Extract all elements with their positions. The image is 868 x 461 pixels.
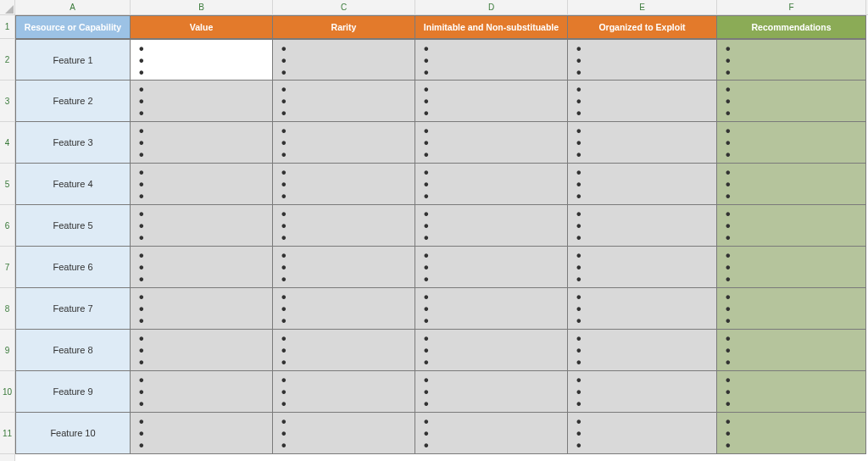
select-all-corner[interactable]	[0, 0, 15, 15]
bullet-list: •••	[721, 331, 862, 369]
row-header-9[interactable]: 9	[0, 330, 14, 371]
cell-rarity[interactable]: •••	[273, 247, 415, 288]
feature-label[interactable]: Feature 4	[15, 164, 131, 205]
row-header-1[interactable]: 1	[0, 15, 14, 39]
cell-value[interactable]: •••	[131, 39, 273, 81]
bullet-list: •••	[721, 165, 862, 203]
bullet-list: •••	[419, 124, 564, 161]
header-row: Resource or Capability Value Rarity Inim…	[15, 15, 868, 39]
table-row: Feature 2•••••••••••••••	[15, 81, 868, 122]
cell-inimitable[interactable]: •••	[415, 39, 568, 81]
cell-value[interactable]: •••	[131, 164, 273, 205]
bullet-list: •••	[276, 331, 411, 369]
cell-inimitable[interactable]: •••	[415, 413, 568, 454]
bullet-list: •••	[419, 82, 564, 119]
cell-inimitable[interactable]: •••	[415, 122, 568, 164]
cell-rarity[interactable]: •••	[273, 122, 415, 164]
cell-value[interactable]: •••	[131, 371, 273, 413]
row-header-5[interactable]: 5	[0, 164, 14, 205]
cell-recommendations[interactable]: •••	[717, 205, 866, 247]
header-resource[interactable]: Resource or Capability	[15, 15, 131, 39]
cell-rarity[interactable]: •••	[273, 81, 415, 122]
header-value[interactable]: Value	[131, 15, 273, 39]
cell-recommendations[interactable]: •••	[717, 330, 866, 371]
feature-label[interactable]: Feature 8	[15, 330, 131, 371]
cell-value[interactable]: •••	[131, 330, 273, 371]
cell-value[interactable]: •••	[131, 288, 273, 330]
cell-rarity[interactable]: •••	[273, 371, 415, 413]
cell-inimitable[interactable]: •••	[415, 247, 568, 288]
cell-value[interactable]: •••	[131, 247, 273, 288]
feature-label[interactable]: Feature 7	[15, 288, 131, 330]
cell-rarity[interactable]: •••	[273, 330, 415, 371]
row-header-11[interactable]: 11	[0, 413, 14, 454]
cell-inimitable[interactable]: •••	[415, 371, 568, 413]
cell-inimitable[interactable]: •••	[415, 164, 568, 205]
header-organized[interactable]: Organized to Exploit	[568, 15, 717, 39]
col-header-B[interactable]: B	[131, 0, 273, 14]
col-header-D[interactable]: D	[415, 0, 568, 14]
table-row: Feature 3•••••••••••••••	[15, 122, 868, 164]
cell-organized[interactable]: •••	[568, 288, 717, 330]
row-header-7[interactable]: 7	[0, 247, 14, 288]
col-header-A[interactable]: A	[15, 0, 131, 14]
header-recommendations[interactable]: Recommendations	[717, 15, 866, 39]
cell-organized[interactable]: •••	[568, 330, 717, 371]
cell-value[interactable]: •••	[131, 122, 273, 164]
feature-label[interactable]: Feature 1	[15, 39, 131, 81]
cell-organized[interactable]: •••	[568, 39, 717, 81]
cell-value[interactable]: •••	[131, 81, 273, 122]
feature-label[interactable]: Feature 10	[15, 413, 131, 454]
cell-recommendations[interactable]: •••	[717, 413, 866, 454]
header-rarity[interactable]: Rarity	[273, 15, 415, 39]
cell-recommendations[interactable]: •••	[717, 164, 866, 205]
bullet-list: •••	[419, 373, 564, 410]
cell-organized[interactable]: •••	[568, 371, 717, 413]
cell-rarity[interactable]: •••	[273, 288, 415, 330]
feature-label[interactable]: Feature 5	[15, 205, 131, 247]
cell-recommendations[interactable]: •••	[717, 371, 866, 413]
row-header-10[interactable]: 10	[0, 371, 14, 413]
cell-inimitable[interactable]: •••	[415, 81, 568, 122]
cell-organized[interactable]: •••	[568, 205, 717, 247]
bullet-list: •••	[721, 248, 862, 286]
feature-label[interactable]: Feature 6	[15, 247, 131, 288]
col-header-C[interactable]: C	[273, 0, 415, 14]
cell-organized[interactable]: •••	[568, 164, 717, 205]
row-header-2[interactable]: 2	[0, 39, 14, 81]
bullet-list: •••	[721, 124, 862, 161]
cell-inimitable[interactable]: •••	[415, 205, 568, 247]
row-header-6[interactable]: 6	[0, 205, 14, 247]
cell-organized[interactable]: •••	[568, 81, 717, 122]
cell-recommendations[interactable]: •••	[717, 288, 866, 330]
cell-organized[interactable]: •••	[568, 413, 717, 454]
cell-recommendations[interactable]: •••	[717, 122, 866, 164]
cell-recommendations[interactable]: •••	[717, 39, 866, 81]
table-row: Feature 10•••••••••••••••	[15, 413, 868, 454]
feature-label[interactable]: Feature 2	[15, 81, 131, 122]
bullet-list: •••	[134, 373, 269, 410]
cell-rarity[interactable]: •••	[273, 413, 415, 454]
cell-recommendations[interactable]: •••	[717, 247, 866, 288]
row-header-8[interactable]: 8	[0, 288, 14, 330]
cell-rarity[interactable]: •••	[273, 39, 415, 81]
header-inimitable[interactable]: Inimitable and Non-substituable	[415, 15, 568, 39]
cell-value[interactable]: •••	[131, 413, 273, 454]
feature-label[interactable]: Feature 9	[15, 371, 131, 413]
bullet-list: •••	[419, 290, 564, 327]
col-header-F[interactable]: F	[717, 0, 866, 14]
cell-organized[interactable]: •••	[568, 122, 717, 164]
cell-organized[interactable]: •••	[568, 247, 717, 288]
col-header-E[interactable]: E	[568, 0, 717, 14]
cell-value[interactable]: •••	[131, 205, 273, 247]
cell-rarity[interactable]: •••	[273, 164, 415, 205]
feature-label[interactable]: Feature 3	[15, 122, 131, 164]
bullet-list: •••	[721, 207, 862, 244]
cell-inimitable[interactable]: •••	[415, 288, 568, 330]
bullet-list: •••	[276, 373, 411, 410]
row-header-4[interactable]: 4	[0, 122, 14, 164]
cell-rarity[interactable]: •••	[273, 205, 415, 247]
cell-inimitable[interactable]: •••	[415, 330, 568, 371]
row-header-3[interactable]: 3	[0, 81, 14, 122]
cell-recommendations[interactable]: •••	[717, 81, 866, 122]
